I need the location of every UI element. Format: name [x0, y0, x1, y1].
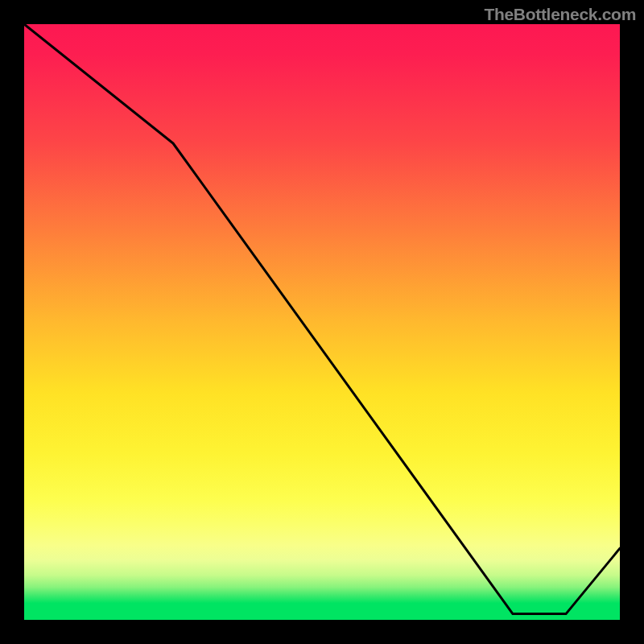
chart-border	[0, 0, 644, 644]
watermark-text: TheBottleneck.com	[484, 5, 636, 24]
chart-frame: TheBottleneck.com	[0, 0, 644, 644]
